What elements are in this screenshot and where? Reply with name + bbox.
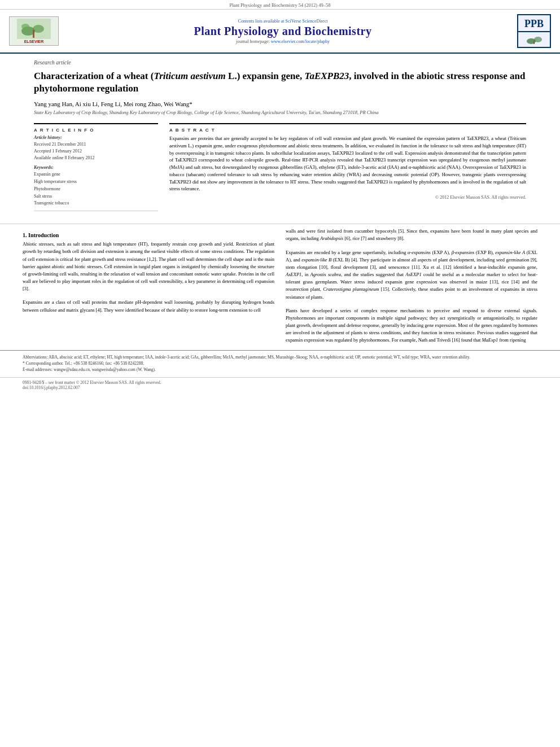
sciverse-line: Contents lists available at SciVerse Sci… [60,19,506,24]
body-left-column: 1. Introduction Abiotic stresses, such a… [23,228,274,344]
keywords-label: Keywords: [34,165,158,170]
body-right-column: walls and were first isolated from cucum… [286,228,537,344]
intro-heading: 1. Introduction [23,232,274,238]
keywords-section: Keywords: Expansin gene High temperature… [34,165,158,207]
article-info-column: A R T I C L E I N F O Article history: R… [34,123,158,217]
sciverse-text: Contents lists available at [238,19,285,24]
ppb-plant-icon [520,33,548,45]
keywords-list: Expansin gene High temperature stress Ph… [34,171,158,207]
copyright-line: © 2012 Elsevier Masson SAS. All rights r… [169,193,526,201]
intro-paragraph-1: Abiotic stresses, such as salt stress an… [23,241,274,292]
abbreviations-footnote: Abbreviations: ABA, abscisic acid; ET, e… [23,354,537,360]
article-info-box: A R T I C L E I N F O Article history: R… [34,123,158,211]
issn-line: 0981-9428/$ – see front matter © 2012 El… [23,380,537,385]
journal-title: Plant Physiology and Biochemistry [60,25,506,38]
journal-homepage: journal homepage: www.elsevier.com/locat… [60,39,506,44]
svg-rect-3 [33,30,34,38]
authors-line: Yang yang Han, Ai xiu Li, Feng Li, Mei r… [0,99,560,108]
intro-paragraph-2: Expansins are a class of cell wall prote… [23,299,274,313]
affiliation-line: State Key Laboratory of Crop Biology, Sh… [0,108,560,120]
title-italic2: TaEXPB23 [305,71,349,81]
accepted-date: Accepted 1 February 2012 [34,148,158,155]
article-type: Research article [0,54,560,68]
available-date: Available online 8 February 2012 [34,155,158,161]
abstract-label: A B S T R A C T [169,128,526,133]
article-title: Characterization of a wheat (Triticum ae… [0,68,560,99]
homepage-url: www.elsevier.com/locate/plaphy [271,39,330,44]
article-history-label: Article history: [34,135,158,140]
email-footnote: E-mail addresses: wangw@sdau.edu.cn, wan… [23,366,537,373]
keyword-2: High temperature stress [34,178,158,186]
keyword-1: Expansin gene [34,171,158,178]
journal-header: ELSEVIER Contents lists available at Sci… [0,10,560,54]
intro-right-paragraph-3: Plants have developed a series of comple… [286,307,537,344]
doi-line: doi:10.1016/j.plaphy.2012.02.007 [23,385,537,390]
body-section: 1. Introduction Abiotic stresses, such a… [0,224,560,347]
homepage-label: journal homepage: [236,39,270,44]
corresponding-author-footnote: * Corresponding author. Tel.: +86 538 82… [23,360,537,366]
abstract-text: Expansins are proteins that are generall… [169,135,526,193]
article-info-abstract-section: A R T I C L E I N F O Article history: R… [0,120,560,220]
plant-decoration-icon [17,19,51,39]
intro-right-paragraph-1: walls and were first isolated from cucum… [286,228,537,242]
title-italic1: Triticum aestivum [154,71,225,81]
sciverse-link[interactable]: SciVerse ScienceDirect [286,19,328,24]
keyword-3: Phytohormone [34,186,158,193]
article-info-label: A R T I C L E I N F O [34,128,158,133]
title-part2: L.) expansin gene, [226,71,305,81]
abstract-box: A B S T R A C T Expansins are proteins t… [169,123,526,204]
elsevier-logo-left: ELSEVIER [9,16,60,46]
abstract-column: A B S T R A C T Expansins are proteins t… [169,123,526,217]
svg-point-4 [21,24,29,29]
journal-header-center: Contents lists available at SciVerse Sci… [60,19,506,44]
keyword-4: Salt stress [34,193,158,200]
page-footer: 0981-9428/$ – see front matter © 2012 El… [0,377,560,392]
keyword-5: Transgenic tobacco [34,200,158,207]
ppb-logo-container: PPB [506,14,551,48]
elsevier-text: ELSEVIER [24,40,44,43]
intro-right-paragraph-2: Expansins are encoded by a large gene su… [286,249,537,301]
footnotes-section: Abbreviations: ABA, abscisic acid; ET, e… [0,350,560,375]
svg-rect-8 [533,41,535,44]
title-part1: Characterization of a wheat ( [34,71,154,81]
ppb-logo: PPB [517,14,551,48]
ppb-logo-text: PPB [524,18,544,30]
svg-point-7 [534,37,542,42]
received-date: Received 21 December 2011 [34,141,158,148]
journal-reference: Plant Physiology and Biochemistry 54 (20… [0,0,560,10]
